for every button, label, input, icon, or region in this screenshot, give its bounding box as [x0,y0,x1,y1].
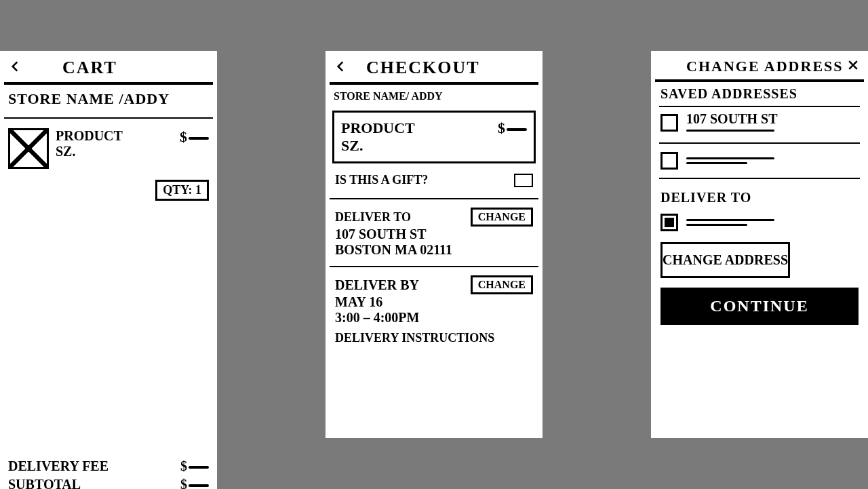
cart-item-row: PRODUCT SZ. $ [0,123,217,174]
address-line-1: 107 SOUTH ST [335,227,533,242]
delivery-instructions-label[interactable]: DELIVERY INSTRUCTIONS [326,330,542,352]
divider [659,142,860,144]
product-thumbnail-placeholder [8,128,49,169]
gift-row: IS THIS A GIFT? [326,166,542,194]
change-address-title: CHANGE ADDRESS [686,58,844,75]
deliver-to-block: DELIVER TO CHANGE 107 SOUTH ST BOSTON MA… [326,203,542,262]
change-time-button[interactable]: CHANGE [471,275,533,294]
divider [4,117,213,119]
product-name: PRODUCT [56,128,173,144]
back-icon[interactable] [8,60,22,76]
address-line-2: BOSTON MA 02111 [335,242,533,258]
qty-selector[interactable]: QTY: 1 [155,180,209,201]
deliver-date: MAY 16 [335,294,533,310]
deliver-to-row[interactable] [651,210,868,235]
placeholder-line [686,157,774,159]
deliver-to-label: DELIVER TO [335,210,411,224]
checkout-title: CHECKOUT [366,58,480,78]
subtotal-label: SUBTOTAL [8,477,81,489]
deliver-by-label: DELIVER BY [335,277,419,293]
change-address-topbar: CHANGE ADDRESS [651,51,868,79]
saved-address-row[interactable]: 107 SOUTH ST [651,107,868,138]
product-summary-box: PRODUCT $ SZ. [332,111,536,163]
address-radio-selected[interactable] [660,214,678,231]
checkout-screen: CHECKOUT STORE NAME/ ADDY PRODUCT $ SZ. … [326,51,542,438]
placeholder-line [686,219,774,221]
address-checkbox[interactable] [660,152,678,170]
placeholder-line [686,162,747,164]
gift-checkbox[interactable] [514,174,533,187]
close-icon[interactable] [846,58,860,75]
delivery-fee-value: $ [180,458,209,474]
deliver-time: 3:00 – 4:00PM [335,310,533,326]
placeholder-line [686,130,774,132]
change-address-screen: CHANGE ADDRESS SAVED ADDRESSES 107 SOUTH… [651,51,868,438]
change-address-button[interactable]: CHANGE ADDRESS [660,242,790,278]
subtotal-value: $ [180,477,209,489]
change-address-button[interactable]: CHANGE [471,208,533,227]
divider [330,266,538,267]
deliver-to-label: DELIVER TO [651,183,868,210]
product-info: PRODUCT SZ. [56,128,173,159]
gift-question-label: IS THIS A GIFT? [335,173,428,187]
store-header: STORE NAME /ADDY [0,85,217,113]
back-icon[interactable] [334,60,347,76]
store-header: STORE NAME/ ADDY [326,85,542,108]
deliver-by-block: DELIVER BY CHANGE MAY 16 3:00 – 4:00PM [326,271,542,330]
product-size: SZ. [56,144,173,159]
product-price: $ [180,128,209,146]
placeholder-line [686,224,747,226]
saved-addresses-label: SAVED ADDRESSES [651,82,868,106]
cart-screen: CART STORE NAME /ADDY PRODUCT SZ. $ QTY:… [0,51,217,489]
cart-topbar: CART [0,51,217,82]
product-size: SZ. [341,137,527,155]
divider [330,198,538,199]
continue-button[interactable]: CONTINUE [660,288,859,325]
totals-block: DELIVERY FEE $ SUBTOTAL $ [0,456,217,489]
divider [659,178,860,179]
delivery-fee-label: DELIVERY FEE [8,458,108,474]
cart-title: CART [62,58,117,78]
saved-address-row[interactable] [651,148,868,174]
product-price: $ [498,119,527,137]
address-checkbox[interactable] [660,114,678,132]
checkout-topbar: CHECKOUT [326,51,542,82]
product-name: PRODUCT [341,119,415,137]
address-text: 107 SOUTH ST [686,111,777,127]
